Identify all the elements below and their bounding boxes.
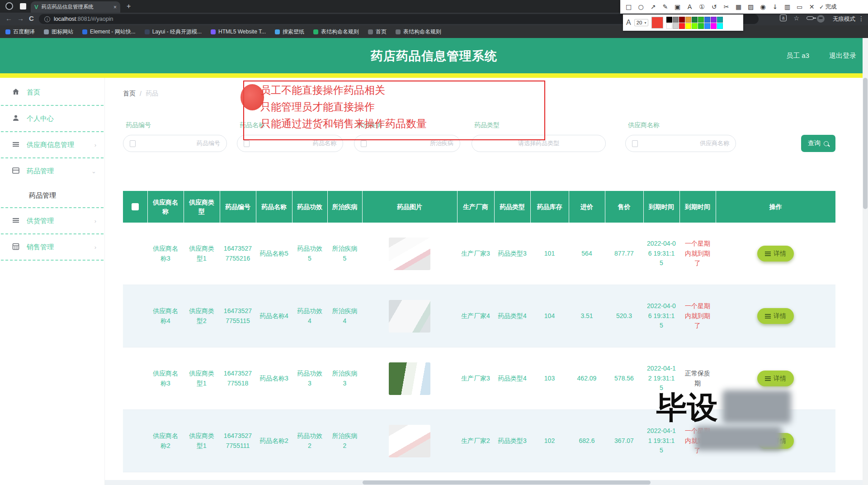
site-info-icon[interactable]: i (44, 16, 50, 22)
palette-swatch[interactable] (704, 23, 710, 29)
forward-icon[interactable]: → (17, 14, 24, 22)
ellipse-tool[interactable]: ○ (635, 3, 646, 10)
bookmark-item[interactable]: 搜索壁纸 (275, 28, 304, 36)
detail-button[interactable]: 详情 (757, 371, 794, 386)
palette-swatch[interactable] (692, 23, 698, 29)
taskbar-app-icon[interactable] (20, 3, 26, 10)
sidebar-item-2[interactable]: 个人中心 (0, 106, 104, 131)
cell-name: 药品名称4 (256, 285, 292, 347)
logout-link[interactable]: 退出登录 (829, 52, 856, 60)
bookmark-item[interactable]: 百度翻译 (5, 28, 35, 36)
bookmark-item[interactable]: 表结构命名规则 (313, 28, 359, 36)
bookmark-item[interactable]: 图标网站 (44, 28, 73, 36)
bookmark-star-icon[interactable]: ☆ (793, 14, 799, 22)
filter-group: 供应商名称供应商名称 (625, 121, 736, 152)
palette-swatch[interactable] (698, 23, 704, 29)
bookmark-item[interactable]: Layui - 经典开源模... (145, 28, 202, 36)
palette-swatch[interactable] (711, 17, 717, 23)
pen-tool[interactable]: ✎ (660, 3, 671, 10)
cell-code: 164735277755111 (220, 410, 256, 472)
sidebar-subitem[interactable]: 药品管理 (0, 184, 104, 207)
search-icon (824, 141, 829, 146)
action-cell: 详情 (716, 285, 835, 347)
password-key-icon[interactable] (807, 16, 814, 20)
palette-swatch[interactable] (717, 23, 723, 29)
new-tab-button[interactable]: + (127, 3, 131, 10)
detail-button[interactable]: 详情 (757, 308, 794, 324)
palette-swatch[interactable] (666, 23, 672, 29)
browser-tab[interactable]: V 药店药品信息管理系统 × (31, 1, 120, 13)
palette-swatch[interactable] (717, 17, 723, 23)
palette-swatch[interactable] (685, 23, 691, 29)
filter-input-5[interactable]: 供应商名称 (625, 135, 736, 152)
undo-tool[interactable]: ↺ (708, 3, 720, 10)
sidebar-item-5[interactable]: 供货管理› (0, 208, 104, 233)
download-tool[interactable]: ↓ (769, 3, 781, 10)
bookmark-item[interactable]: Element - 网站快... (82, 28, 136, 36)
blur-tool[interactable]: ▨ (745, 3, 756, 10)
search-button[interactable]: 查询 (801, 135, 835, 152)
text-tool[interactable]: A (684, 3, 695, 10)
mosaic-tool[interactable]: ▦ (733, 3, 744, 10)
cancel-tool[interactable]: ✕ (806, 3, 817, 10)
copy-tool[interactable]: ▥ (782, 3, 793, 10)
palette-swatch[interactable] (704, 17, 710, 23)
crop-tool[interactable]: ✂ (721, 3, 732, 10)
translate-icon[interactable]: a (780, 14, 787, 21)
back-icon[interactable]: ← (5, 14, 12, 22)
horizontal-scrollbar[interactable] (105, 480, 863, 485)
palette-swatch[interactable] (679, 17, 685, 23)
table-row: 供应商名称4供应商类型2164735277755115药品名称4药品功效4所治疾… (123, 285, 835, 347)
vertical-scrollbar[interactable] (863, 38, 868, 485)
palette-swatch[interactable] (673, 23, 679, 29)
rect-tool[interactable]: □ (623, 3, 634, 10)
palette-swatch[interactable] (666, 17, 672, 23)
sidebar-item-3[interactable]: 供应商信息管理› (0, 132, 104, 157)
breadcrumb-home[interactable]: 首页 (123, 90, 136, 98)
pin-tool[interactable]: ▭ (794, 3, 805, 10)
cell-name: 药品名称2 (256, 410, 292, 472)
browser-logo-icon[interactable] (5, 2, 13, 10)
palette-swatch[interactable] (711, 23, 717, 29)
bookmark-item[interactable]: HTML5 Website T... (211, 29, 266, 35)
palette-swatch[interactable] (692, 17, 698, 23)
bookmark-favicon (82, 29, 87, 34)
header-checkbox-cell[interactable] (123, 191, 147, 223)
record-tool[interactable]: ◉ (757, 3, 769, 10)
row-checkbox-cell[interactable] (123, 223, 147, 285)
sidebar-item-6[interactable]: 销售管理› (0, 234, 104, 260)
current-color-swatch[interactable] (651, 17, 663, 29)
refresh-icon[interactable]: C (29, 14, 34, 22)
step-number-tool[interactable]: ① (696, 3, 708, 10)
filter-input-1[interactable]: 药品编号 (123, 135, 227, 152)
palette-swatch[interactable] (685, 17, 691, 23)
column-header: 进价 (569, 191, 605, 223)
vertical-scrollbar-thumb[interactable] (863, 78, 868, 209)
bookmark-item[interactable]: 表结构命名规则 (396, 28, 441, 36)
done-button[interactable]: ✓完成 (819, 3, 836, 11)
detail-button[interactable]: 详情 (757, 246, 794, 262)
cell-effect: 药品功效2 (292, 410, 327, 472)
drug-image-cell (362, 223, 457, 285)
horizontal-scrollbar-thumb[interactable] (363, 480, 651, 485)
cell-buy: 3.51 (569, 285, 605, 347)
sidebar-item-4[interactable]: 药品管理⌄ (0, 158, 104, 184)
palette-swatch[interactable] (698, 17, 704, 23)
row-checkbox-cell[interactable] (123, 285, 147, 347)
palette-swatch[interactable] (673, 17, 679, 23)
browser-menu-icon[interactable]: ⋮ (858, 15, 864, 22)
marker-tool[interactable]: ▣ (672, 3, 683, 10)
sidebar-item-1[interactable]: 首页 (0, 80, 104, 105)
arrow-tool[interactable]: ↗ (647, 3, 659, 10)
drug-image (389, 425, 430, 457)
row-checkbox-cell[interactable] (123, 410, 147, 472)
bookmark-label: 首页 (376, 28, 387, 36)
bookmark-favicon (145, 29, 150, 34)
palette-swatch[interactable] (679, 23, 685, 29)
select-all-checkbox[interactable] (132, 203, 139, 210)
row-checkbox-cell[interactable] (123, 347, 147, 410)
tab-close-icon[interactable]: × (113, 4, 117, 10)
font-size-select[interactable]: 20▾ (634, 19, 649, 26)
bookmark-item[interactable]: 首页 (368, 28, 387, 36)
incognito-avatar[interactable] (817, 15, 825, 23)
